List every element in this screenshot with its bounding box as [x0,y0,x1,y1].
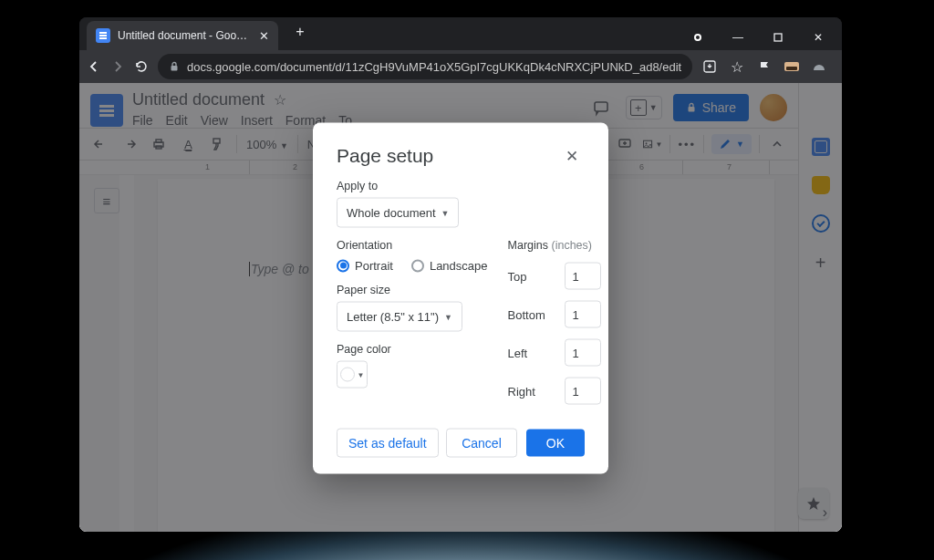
margin-bottom-input[interactable] [565,301,601,328]
radio-dot-icon [337,259,349,272]
google-docs-app: Untitled document ☆ File Edit View Inser… [79,83,842,532]
browser-window: Untitled document - Google Doc ✕ + — ✕ d… [79,17,842,532]
browser-titlebar: Untitled document - Google Doc ✕ + — ✕ [79,17,842,50]
margin-left-label: Left [508,346,555,359]
tab-close-icon[interactable]: ✕ [256,28,271,43]
nav-reload-icon[interactable] [134,57,149,77]
browser-tab[interactable]: Untitled document - Google Doc ✕ [87,21,278,50]
orientation-label: Orientation [337,239,488,252]
bookmark-star-icon[interactable]: ☆ [729,58,745,75]
orientation-landscape-radio[interactable]: Landscape [411,259,488,273]
margin-right-input[interactable] [565,378,601,405]
margin-top-input[interactable] [565,263,601,290]
window-controls: — ✕ [680,25,842,50]
margin-top-label: Top [508,269,555,283]
extension-badge-icon[interactable] [784,58,800,75]
page-color-dropdown[interactable]: ▼ [337,361,368,389]
set-as-default-button[interactable]: Set as default [337,429,439,458]
radio-dot-icon [411,259,424,272]
lock-icon [169,61,180,72]
svg-rect-6 [786,67,797,70]
ok-button[interactable]: OK [526,430,585,457]
paper-size-dropdown[interactable]: Letter (8.5" x 11")▼ [337,302,462,332]
svg-point-1 [696,36,700,39]
page-setup-dialog: Page setup ✕ Apply to Whole document▼ Or… [313,123,608,474]
orientation-portrait-radio[interactable]: Portrait [337,259,393,273]
new-tab-button[interactable]: + [289,21,311,43]
address-bar[interactable]: docs.google.com/document/d/11zCgH9VuMP41… [158,54,692,79]
margins-label: Margins (inches) [508,239,601,252]
margin-left-input[interactable] [565,339,601,367]
extension-icons: ☆ ⋮ [701,58,842,75]
extension-vpn-icon[interactable] [811,58,827,75]
margin-bottom-label: Bottom [508,307,555,321]
url-text: docs.google.com/document/d/11zCgH9VuMP41… [187,60,681,74]
window-close-icon[interactable]: ✕ [800,25,836,50]
install-app-icon[interactable] [701,58,718,75]
browser-toolbar: docs.google.com/document/d/11zCgH9VuMP41… [79,50,842,83]
docs-favicon-icon [96,28,110,43]
margin-right-label: Right [508,384,555,398]
tab-title: Untitled document - Google Doc [118,29,249,42]
apply-to-label: Apply to [337,180,585,192]
window-minimize-icon[interactable]: — [720,25,756,50]
nav-forward-icon[interactable] [110,57,125,77]
dialog-title: Page setup [337,145,433,167]
window-maximize-icon[interactable] [760,25,796,50]
apply-to-dropdown[interactable]: Whole document▼ [337,198,459,228]
cancel-button[interactable]: Cancel [446,429,517,458]
extension-flag-icon[interactable] [756,58,773,75]
dialog-close-icon[interactable]: ✕ [559,143,585,169]
color-swatch-icon [340,368,355,382]
extensions-puzzle-icon[interactable] [838,58,842,75]
svg-rect-2 [774,34,782,41]
paper-size-label: Paper size [337,284,488,296]
page-color-label: Page color [337,343,488,356]
nav-back-icon[interactable] [87,57,101,77]
window-pip-icon[interactable] [680,25,716,50]
svg-rect-3 [171,66,178,71]
